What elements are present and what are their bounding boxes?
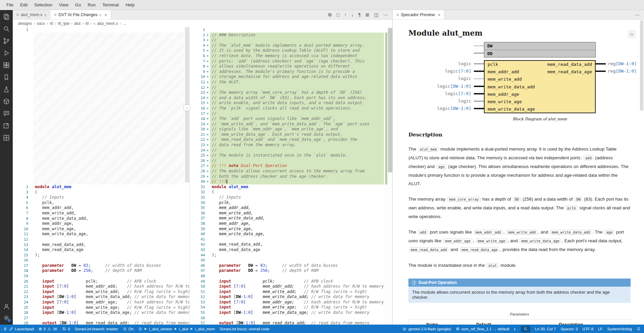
map-icon[interactable]: ⊞ (365, 12, 369, 17)
code-line[interactable]: 22 input mem_write_add; // R/W flag (wri… (13, 289, 189, 295)
code-line[interactable]: 16+// The `pclk` signal clocks all read … (190, 106, 392, 111)
code-line[interactable]: 28 output [DW-1:0] mem_read_data_add; //… (13, 321, 189, 325)
menu-item-selection[interactable]: Selection (31, 1, 55, 8)
code-line[interactable]: 29+// both the address checker and the a… (190, 174, 392, 179)
code-line[interactable]: 10 mem_write_age, (13, 226, 189, 232)
settings-gear-icon[interactable] (2, 314, 10, 322)
code-line[interactable]: 21+// `mem_write_data_age`. Each port's … (190, 132, 392, 137)
code-line[interactable]: 25+// The module is instantiated once in… (190, 153, 392, 158)
edit-tools-icon[interactable] (2, 122, 10, 130)
previous-change-icon[interactable]: ↑ (344, 12, 347, 17)
code-line[interactable]: 12+// (190, 85, 392, 90)
design-hierarchy-status[interactable]: ▶i_alut_veneer▶i_alut▶i_alut_mem (138, 327, 215, 331)
indentation-status[interactable]: Spaces: 3 (560, 327, 578, 331)
code-line[interactable]: 27+// !!! note Dual-Port Operation (190, 163, 392, 169)
code-line[interactable]: 50 input [7:0] mem_addr_add; // hash add… (190, 284, 392, 289)
code-line[interactable]: 4+// The `alut_mem` module implements a … (190, 43, 392, 48)
code-line[interactable]: 38 mem_addr_age, (190, 221, 392, 226)
menu-item-terminal[interactable]: Terminal (99, 1, 122, 8)
problems-status[interactable]: ⊗0 ⚠1K (39, 327, 57, 331)
code-line[interactable]: 57 output [DW-1:0] mem_read_data_add; //… (190, 321, 392, 325)
code-line[interactable]: 49 input pclk; // APB clock (190, 279, 392, 284)
sonarlint-focus-status[interactable]: SonarLint focus: overall code (220, 327, 269, 331)
preview-scrollbar[interactable] (640, 20, 643, 325)
code-line[interactable]: 55 input [DW-1:0] mem_write_data_age; //… (190, 310, 392, 316)
code-line[interactable]: 43 mem_read_data_age (190, 247, 392, 253)
code-line[interactable]: 17+// (190, 111, 392, 117)
code-line[interactable]: 8+// allows simultaneous read/write oper… (190, 64, 392, 69)
launchpad-status[interactable]: Launchpad (3, 327, 34, 331)
code-line[interactable]: 20 input pclk; // APB clock (13, 279, 189, 284)
encoding-status[interactable]: UTF-8 (582, 327, 593, 331)
code-line[interactable]: 48 (190, 274, 392, 279)
bookmarks-icon[interactable] (2, 73, 10, 81)
code-line[interactable]: 33 // Inputs (190, 195, 392, 200)
code-line[interactable]: 34 pclk, (190, 200, 392, 206)
revert-block-arrow[interactable]: → (184, 105, 190, 111)
breadcrumb-item[interactable]: rtl (85, 21, 89, 26)
package-icon[interactable] (2, 97, 10, 106)
code-line[interactable]: 26 input [DW-1:0] mem_write_data_age; //… (13, 310, 189, 316)
breadcrumb-item[interactable]: socv (37, 21, 45, 26)
explorer-icon[interactable] (2, 13, 10, 21)
breadcrumb-item[interactable]: rtl (50, 21, 53, 26)
code-line[interactable]: 5+// It is used by the Address Lookup Ta… (190, 48, 392, 53)
code-line[interactable]: 56 (190, 316, 392, 321)
code-line[interactable]: 1 (190, 27, 392, 33)
hierarchy-item[interactable]: i_alut_veneer (149, 327, 172, 331)
code-line[interactable]: 47 parameter DD = 256; // depth of RAM (190, 268, 392, 274)
code-line[interactable]: 25 input mem_write_age; // R/W flag (wri… (13, 305, 189, 310)
code-line[interactable]: 8 mem_write_data_add, (13, 216, 189, 221)
menu-item-help[interactable]: Help (122, 1, 138, 8)
tab-specador-preview[interactable]: ≡ Specador Preview × (393, 10, 444, 19)
code-line[interactable]: 37 mem_write_data_add, (190, 216, 392, 221)
breadcrumb-item[interactable]: designs (18, 21, 32, 26)
code-line[interactable]: 39 mem_write_age, (190, 226, 392, 232)
code-line[interactable]: 15+// write enable, and write data input… (190, 100, 392, 106)
code-line[interactable]: 17 parameter DW = 83; // width of data b… (13, 263, 189, 268)
ai-model-status[interactable]: gemini-2.0-flash (google) (402, 327, 451, 331)
code-line[interactable]: 3+// (190, 38, 392, 43)
notifications-muted-status[interactable]: 0 (62, 327, 70, 331)
code-line[interactable]: 35 mem_addr_add, (190, 205, 392, 211)
code-line[interactable]: 18 parameter DD = 256; // depth of RAM (13, 268, 189, 274)
hierarchy-item[interactable]: i_alut_mem (195, 327, 215, 331)
source-control-icon[interactable] (2, 37, 10, 45)
code-line[interactable]: 7 mem_write_add, (13, 211, 189, 216)
code-line[interactable]: 11 mem_write_data_age, (13, 232, 189, 237)
code-line[interactable]: 2module alut_mem (13, 184, 189, 190)
code-line[interactable]: 51 input mem_write_add; // R/W flag (wri… (190, 289, 392, 295)
code-line[interactable]: 22+// `mem_read_data_add` and `mem_read_… (190, 137, 392, 142)
code-line[interactable]: 2+// ### Description (190, 33, 392, 38)
sonarlint-branch-status[interactable]: SonarLint branch: master (75, 327, 118, 331)
code-line[interactable]: 36 mem_write_add, (190, 211, 392, 216)
code-line[interactable]: 23 input [DW-1:0] mem_write_data_add; //… (13, 294, 189, 300)
account-icon[interactable] (2, 302, 10, 310)
code-line[interactable]: 52 input [DW-1:0] mem_write_data_add; //… (190, 294, 392, 300)
menu-item-file[interactable]: File (3, 1, 16, 8)
menu-item-edit[interactable]: Edit (17, 1, 31, 8)
next-change-icon[interactable]: ↓ (351, 12, 354, 17)
code-line[interactable]: 13+// The memory array `mem_core_array` … (190, 90, 392, 95)
breadcrumb-more[interactable]: ... (123, 21, 126, 26)
close-icon[interactable]: × (104, 12, 107, 17)
code-line[interactable]: 9 mem_addr_age, (13, 221, 189, 226)
tab-dvt-ai-file-changes[interactable]: ≡ DVT AI File Changes c × (50, 10, 111, 19)
code-line[interactable]: 45 (190, 258, 392, 263)
notifications-bell-icon[interactable] (637, 327, 641, 331)
diff-modified-pane[interactable]: 12+// ### Description3+//4+// The `alut_… (190, 27, 392, 325)
menu-item-run[interactable]: Run (85, 1, 99, 8)
more-actions-icon[interactable]: ⋯ (383, 12, 388, 17)
code-line[interactable]: 19 (13, 274, 189, 279)
language-mode-status[interactable]: SystemVerilog (607, 327, 632, 331)
code-line[interactable]: 4 // Inputs (13, 195, 189, 200)
code-line[interactable]: 1 (13, 27, 189, 33)
code-line[interactable]: 24+// (190, 148, 392, 153)
code-line[interactable]: 20+// signals like `mem_addr_age`, `mem_… (190, 127, 392, 132)
cursor-position-status[interactable]: Ln 30, Col 7 (535, 327, 556, 331)
close-icon[interactable]: × (438, 12, 440, 17)
layout-icon[interactable] (2, 134, 10, 142)
hierarchy-item[interactable]: i_alut (179, 327, 188, 331)
menu-item-view[interactable]: View (56, 1, 71, 8)
code-line[interactable]: 41 (190, 237, 392, 242)
